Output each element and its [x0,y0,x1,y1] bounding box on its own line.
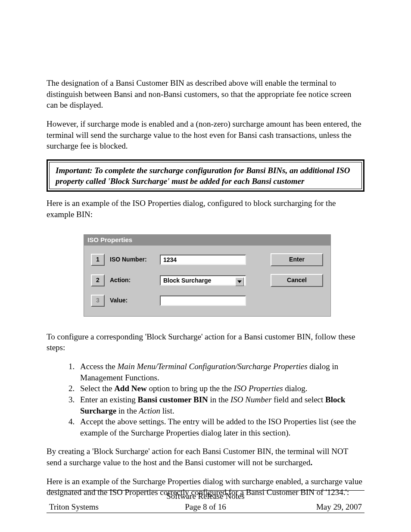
chevron-down-icon[interactable] [235,277,244,286]
dialog-title-bar: ISO Properties [84,235,330,245]
dialog-figure: ISO Properties 1 ISO Number: 1234 Enter … [84,234,364,316]
document-page: The designation of a Bansi Customer BIN … [0,0,411,532]
cancel-button[interactable]: Cancel [271,274,323,287]
list-item: Select the Add New option to bring up th… [77,383,364,394]
steps-list: Access the Main Menu/Terminal Configurat… [47,361,364,438]
list-item: Access the Main Menu/Terminal Configurat… [77,361,364,383]
paragraph: Here is an example of the ISO Properties… [47,198,364,220]
value-input[interactable] [160,296,246,306]
paragraph: By creating a 'Block Surcharge' action f… [47,446,364,468]
step-button-1[interactable]: 1 [91,254,105,266]
paragraph: To configure a corresponding 'Block Surc… [47,331,364,353]
dialog-body: 1 ISO Number: 1234 Enter 2 Action: Block… [84,246,330,316]
list-item: Accept the above settings. The entry wil… [77,416,364,438]
paragraph: However, if surcharge mode is enabled an… [47,118,364,152]
step-button-2[interactable]: 2 [91,274,105,286]
iso-number-label: ISO Number: [110,255,160,264]
important-callout-text: Important: To complete the surcharge con… [49,162,362,189]
action-combobox-value: Block Surcharge [163,277,211,284]
page-footer: Software Release Notes Triton Systems Pa… [47,490,364,513]
svg-marker-0 [237,280,242,283]
paragraph: The designation of a Bansi Customer BIN … [47,78,364,111]
footer-title: Software Release Notes [135,491,276,502]
footer-right: May 29, 2007 [276,501,362,513]
step-button-3[interactable]: 3 [91,295,105,307]
footer-center: Page 8 of 16 [135,501,276,513]
action-label: Action: [110,276,160,284]
iso-number-input[interactable]: 1234 [160,255,246,265]
enter-button[interactable]: Enter [271,253,323,266]
dialog-row-value: 3 Value: [91,295,327,307]
footer-left: Triton Systems [49,501,135,513]
value-label: Value: [110,296,160,305]
iso-properties-dialog: ISO Properties 1 ISO Number: 1234 Enter … [84,234,331,316]
dialog-row-action: 2 Action: Block Surcharge Cancel [91,274,327,287]
important-callout: Important: To complete the surcharge con… [47,159,364,192]
dialog-row-iso-number: 1 ISO Number: 1234 Enter [91,253,327,266]
action-combobox[interactable]: Block Surcharge [160,275,246,286]
list-item: Enter an existing Bansi customer BIN in … [77,394,364,416]
